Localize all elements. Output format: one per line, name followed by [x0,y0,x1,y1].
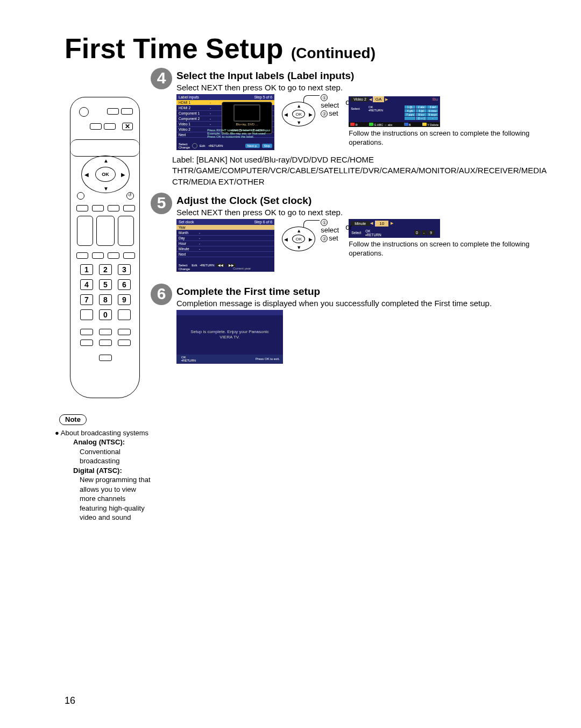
step-4-subtext: Select NEXT then press OK to go to next … [176,83,549,92]
osd-step: Step 5 of 6 [254,95,272,99]
osd-row: Day- [176,236,274,241]
numpad-7: 7 [80,294,93,305]
title-main: First Time Setup [65,33,283,64]
keypad-9: 9 [428,230,434,235]
circled-1-icon: ① [321,94,328,101]
step-4: 4 Select the Input labels (Label inputs)… [151,70,549,150]
remote-small-button [90,123,102,130]
remote-small-button [107,108,119,115]
g-button-label: G ABC → abc [374,123,392,126]
minute-field-name: Minute [350,221,370,226]
tv-label: Blu-ray, DVD ... [222,123,272,126]
remote-btn [80,329,93,335]
remote-btn [80,340,93,346]
sel-hint: Select [351,107,360,110]
circled-1-icon: ① [321,219,328,226]
numpad-blank [118,309,131,320]
edit-field-value: GA [373,96,385,102]
numpad-3: 3 [118,264,131,275]
keypad-grid: 1 @.2 abc3 def 4 ghi5 jkl6 mno 7 pqrs8 t… [405,105,438,120]
osd-title: Set clock [179,220,194,224]
numpad-0: 0 [99,309,112,320]
osd-row: Minute- [176,246,274,252]
up-arrow-icon: ▲ [103,158,109,164]
down-arrow-icon: ▼ [103,186,109,192]
circled-2-icon: ② [321,235,328,242]
remote-rocker [77,216,93,246]
step-5: 5 Adjust the Clock (Set clock) Select NE… [151,195,549,272]
up-arrow-icon: ▲ [296,228,301,234]
title-continued: (Continued) [291,45,375,61]
numpad-4: 4 [80,279,93,290]
remote-btn [99,355,112,361]
step-6: 6 Complete the First time setup Completi… [151,286,549,364]
return-arrow-icon: ↺ [128,193,132,197]
step-5-subtext: Select NEXT then press OK to go to next … [176,208,549,217]
label-input-edit-osd: Video 2 ◀ GA ▶ Blu Select [349,96,440,127]
left-arrow-icon: ◀ [370,221,373,225]
numpad-blank [80,309,93,320]
step-6-subtext: Completion message is displayed when you… [176,299,549,308]
remote-small-button [121,108,133,115]
osd-edit-hint: Edit [192,264,197,267]
osd-row: Month- [176,230,274,236]
left-arrow-icon: ◀ [369,97,372,102]
remote-block [96,216,115,246]
notes-section: Note ● About broadcasting systems Analog… [59,414,151,522]
tv-icon [233,104,260,122]
numpad-1: 1 [80,264,93,275]
step-4-heading: Select the Input labels (Label inputs) [176,70,549,82]
osd-row-year: Year [176,225,274,230]
down-arrow-icon: ▼ [296,245,301,250]
down-arrow-icon: ▼ [296,120,301,125]
step-number-badge: 6 [151,284,172,305]
right-arrow-icon: ▶ [309,237,313,242]
label-inputs-osd: Label inputsStep 5 of 6 HDMI 1- HDMI 2- … [176,94,274,150]
osd-hint-text: Press RIGHT to select a label for each i… [207,129,270,138]
remote-btn [123,252,135,259]
remote-small-button [104,123,116,130]
edit-field-name: Video 2 [351,97,369,102]
osd-return: RETURN [209,144,223,147]
numpad-9: 9 [118,294,131,305]
osd-return: RETURN [201,264,214,267]
left-arrow-icon: ◀ [284,112,288,117]
keypad-dash: - [421,230,427,235]
color-button [123,205,135,211]
remote-btn [99,340,112,346]
analog-ntsc-desc: Conventional broadcasting [80,447,151,466]
completion-message: Setup is complete. Enjoy your Panasonic … [176,315,283,355]
remote-btn [92,252,104,259]
note-label: Note [59,414,87,425]
label-options-text: Label: [BLANK] Not used/Blu-ray/DVD/DVD … [172,154,549,187]
step5-follow-note: Follow the instructions on screen to com… [349,240,549,258]
press-ok-exit: Press OK to exit. [256,357,280,361]
remote-ok-button: OK [95,167,116,182]
color-button [92,205,104,211]
color-button [108,205,119,211]
completion-osd: Setup is complete. Enjoy your Panasonic … [176,310,283,364]
bullet-icon: ● [55,429,59,437]
blu-hint: Blu [433,97,438,101]
remote-btn [118,329,131,335]
sel-hint: Select [351,231,361,235]
minute-edit-osd: Minute ◀ 10 ▶ Select OK•RETURN [349,219,440,238]
set-label: set [329,109,338,117]
osd-select-hint: Select [179,264,188,267]
page-title: First Time Setup (Continued) [65,32,549,65]
osd-edit-hint: Edit [200,144,205,147]
analog-ntsc-title: Analog (NTSC): [73,437,151,447]
up-arrow-icon: ▲ [296,103,301,109]
remote-power-icon [79,107,89,117]
select-label: select [321,226,339,234]
left-arrow-icon: ◀ [284,237,288,242]
set-clock-osd: Set clockStep 6 of 6 Year Month- Day- Ho… [176,219,274,272]
right-arrow-icon: ▶ [309,112,313,117]
remote-control-illustration: ✕ OK ▲ ▼ ◀ ▶ ↺ [70,97,140,398]
color-button [76,205,88,211]
select-label: select [321,101,339,109]
minute-field-value: 10 [375,221,388,227]
right-arrow-icon: ▶ [385,97,388,102]
or-label: or [345,223,352,231]
osd-skip-btn: Skip [262,144,273,148]
